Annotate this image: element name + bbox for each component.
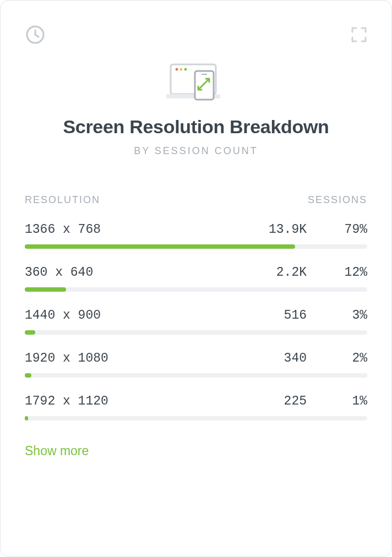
header-sessions: SESSIONS	[308, 194, 367, 206]
header-resolution: RESOLUTION	[25, 194, 100, 206]
card-subtitle: BY SESSION COUNT	[25, 145, 367, 157]
resolution-value: 1366 x 768	[25, 222, 235, 237]
clock-icon	[25, 24, 46, 45]
session-count: 2.2K	[235, 265, 307, 280]
svg-rect-6	[195, 71, 214, 100]
bar-track	[25, 244, 367, 249]
svg-point-3	[180, 68, 183, 71]
resolution-value: 1792 x 1120	[25, 394, 235, 408]
resolution-value: 360 x 640	[25, 265, 235, 280]
bar-track	[25, 330, 367, 335]
session-percent: 2%	[307, 351, 367, 365]
resolution-breakdown-card: Screen Resolution Breakdown BY SESSION C…	[0, 0, 392, 557]
session-percent: 3%	[307, 308, 367, 323]
svg-rect-7	[202, 74, 207, 75]
bar-fill	[25, 287, 66, 292]
session-count: 516	[235, 308, 307, 323]
table-row: 1366 x 768 13.9K 79%	[25, 222, 367, 249]
session-percent: 12%	[307, 265, 367, 280]
bar-fill	[25, 373, 31, 378]
session-percent: 79%	[307, 222, 367, 237]
bar-track	[25, 373, 367, 378]
bar-track	[25, 416, 367, 421]
resolution-value: 1440 x 900	[25, 308, 235, 323]
table-row: 1792 x 1120 225 1%	[25, 394, 367, 421]
rows-container: 1366 x 768 13.9K 79% 360 x 640 2.2K 12% …	[25, 222, 367, 421]
session-count: 225	[235, 394, 307, 408]
bar-fill	[25, 244, 295, 249]
devices-illustration-icon	[25, 61, 367, 104]
bar-fill	[25, 330, 35, 335]
table-row: 1920 x 1080 340 2%	[25, 351, 367, 378]
bar-track	[25, 287, 367, 292]
table-row: 1440 x 900 516 3%	[25, 308, 367, 335]
svg-point-2	[176, 68, 178, 71]
resolution-value: 1920 x 1080	[25, 351, 235, 365]
session-count: 340	[235, 351, 307, 365]
session-percent: 1%	[307, 394, 367, 408]
card-top-bar	[25, 21, 367, 48]
card-title: Screen Resolution Breakdown	[25, 116, 367, 138]
table-row: 360 x 640 2.2K 12%	[25, 265, 367, 292]
show-more-link[interactable]: Show more	[25, 444, 89, 458]
column-headers: RESOLUTION SESSIONS	[25, 194, 367, 206]
svg-point-4	[184, 68, 187, 71]
session-count: 13.9K	[235, 222, 307, 237]
card-hero: Screen Resolution Breakdown BY SESSION C…	[25, 61, 367, 157]
expand-icon[interactable]	[351, 26, 367, 43]
bar-fill	[25, 416, 28, 421]
